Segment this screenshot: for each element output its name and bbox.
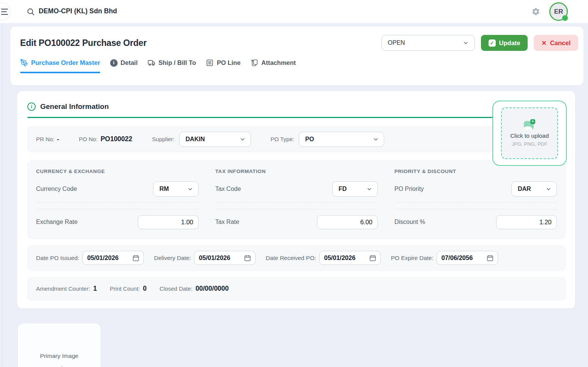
tax-code-label: Tax Code xyxy=(215,186,241,192)
truck-icon xyxy=(148,59,156,67)
tab-label: Purchase Order Master xyxy=(31,59,100,66)
po-type-label: PO Type: xyxy=(271,136,294,142)
discount-label: Discount % xyxy=(394,219,425,225)
divider xyxy=(215,209,378,209)
po-no-label: PO No: xyxy=(79,136,98,142)
divider xyxy=(394,209,557,209)
po-priority-select[interactable]: DAR xyxy=(511,181,557,197)
tab-po-line[interactable]: PO Line xyxy=(206,59,240,73)
section-underline xyxy=(27,117,566,118)
info-icon: i xyxy=(27,102,36,111)
amendment-counter-value: 1 xyxy=(93,285,97,293)
date-po-issued-item: Date PO Issued: 05/01/2026 xyxy=(36,251,144,265)
po-expire-date-label: PO Expire Date: xyxy=(391,255,434,261)
currency-code-select[interactable]: RM xyxy=(153,181,199,197)
delivery-date-label: Delivery Date: xyxy=(154,255,191,261)
print-count-value: 0 xyxy=(143,285,147,293)
po-priority-label: PO Priority xyxy=(394,186,424,192)
delivery-date-item: Delivery Date: 05/01/2026 xyxy=(154,251,255,265)
tab-label: Detail xyxy=(121,59,138,66)
date-po-issued-label: Date PO Issued: xyxy=(36,255,79,261)
status-select-value: OPEN xyxy=(388,39,405,46)
column-heading: TAX INFORMATION xyxy=(215,169,378,174)
close-icon: ✕ xyxy=(541,39,546,47)
hamburger-icon xyxy=(1,9,8,9)
date-received-po-field[interactable]: 05/01/2026 xyxy=(319,251,381,265)
column-heading: PRIORITY & DISCOUNT xyxy=(394,169,557,174)
upload-dropzone-inner: + Click to upload JPG, PNG, PDF xyxy=(501,107,558,159)
amendment-counter-item: Amendment Counter: 1 xyxy=(36,285,97,293)
print-count-item: Print Count: 0 xyxy=(110,285,147,293)
date-po-issued-field[interactable]: 05/01/2026 xyxy=(82,251,144,265)
currency-code-value: RM xyxy=(159,186,169,192)
list-icon xyxy=(206,59,214,67)
hamburger-menu-button[interactable] xyxy=(0,3,11,21)
amendment-counter-label: Amendment Counter: xyxy=(36,285,90,292)
cancel-button-label: Cancel xyxy=(550,39,571,47)
tab-detail[interactable]: i Detail xyxy=(110,59,138,73)
tax-code-value: FD xyxy=(339,186,347,192)
po-type-select[interactable]: PO xyxy=(299,132,384,147)
discount-input[interactable] xyxy=(496,215,557,229)
info-circle-icon: i xyxy=(110,59,118,67)
po-type-select-value: PO xyxy=(305,136,314,143)
page-header-card: Edit PO100022 Purchase Order OPEN ✓ Upda… xyxy=(10,27,583,85)
po-no-value: PO100022 xyxy=(101,135,132,143)
pr-no-label: PR No: xyxy=(36,136,54,142)
cancel-button[interactable]: ✕ Cancel xyxy=(534,35,578,51)
calendar-icon xyxy=(244,254,251,262)
status-select[interactable]: OPEN xyxy=(381,35,475,51)
tax-code-select[interactable]: FD xyxy=(332,181,378,197)
chevron-down-icon xyxy=(367,186,372,192)
tab-label: Attachment xyxy=(262,59,296,66)
chevron-down-icon xyxy=(240,137,245,142)
upload-dropzone[interactable]: + Click to upload JPG, PNG, PDF xyxy=(492,101,567,166)
primary-image-card[interactable]: Primary Image xyxy=(17,323,101,367)
topbar: DEMO-CPI (KL) Sdn Bhd ER xyxy=(0,0,588,24)
upload-title: Click to upload xyxy=(510,132,549,139)
tab-attachment[interactable]: Attachment xyxy=(251,59,296,73)
po-header-row: PR No: - PO No: PO100022 Supplier: DAKIN… xyxy=(27,126,566,152)
chevron-down-icon xyxy=(546,186,551,192)
company-name: DEMO-CPI (KL) Sdn Bhd xyxy=(39,7,117,15)
exchange-rate-input[interactable] xyxy=(138,215,199,229)
signature-pen-icon xyxy=(20,59,28,67)
tab-purchase-order-master[interactable]: Purchase Order Master xyxy=(20,59,100,73)
currency-tax-priority-panel: CURRENCY & EXCHANGE Currency Code RM Exc… xyxy=(27,161,566,239)
avatar[interactable]: ER xyxy=(549,2,568,21)
divider xyxy=(36,209,199,209)
tab-label: PO Line xyxy=(217,59,240,66)
counters-panel: Amendment Counter: 1 Print Count: 0 Clos… xyxy=(27,277,566,301)
documents-icon xyxy=(251,59,259,67)
update-button[interactable]: ✓ Update xyxy=(481,35,528,51)
tab-bar: Purchase Order Master i Detail Ship / Bi… xyxy=(16,59,578,73)
closed-date-item: Closed Date: 00/00/0000 xyxy=(159,285,229,293)
tab-ship-bill-to[interactable]: Ship / Bill To xyxy=(148,59,196,73)
currency-code-label: Currency Code xyxy=(36,186,77,192)
divider xyxy=(215,202,378,203)
print-count-label: Print Count: xyxy=(110,285,140,292)
closed-date-value: 00/00/0000 xyxy=(195,285,229,293)
divider xyxy=(394,202,557,203)
update-button-label: Update xyxy=(499,39,520,47)
section-title: General Information xyxy=(40,102,109,111)
po-expire-date-field[interactable]: 07/06/2056 xyxy=(437,251,498,265)
gear-icon[interactable] xyxy=(531,7,540,16)
calendar-icon xyxy=(132,254,140,262)
delivery-date-field[interactable]: 05/01/2026 xyxy=(194,251,255,265)
primary-image-label: Primary Image xyxy=(18,353,101,359)
supplier-select[interactable]: DAKIN xyxy=(179,132,251,147)
pr-no-value: - xyxy=(57,136,59,143)
currency-exchange-column: CURRENCY & EXCHANGE Currency Code RM Exc… xyxy=(36,169,199,229)
image-upload-icon: + xyxy=(524,120,535,130)
column-heading: CURRENCY & EXCHANGE xyxy=(36,169,199,174)
dates-panel: Date PO Issued: 05/01/2026 Delivery Date… xyxy=(27,246,566,271)
po-expire-date-item: PO Expire Date: 07/06/2056 xyxy=(391,251,498,265)
left-guide-line xyxy=(2,24,3,367)
tax-rate-input[interactable] xyxy=(317,215,378,229)
divider xyxy=(36,202,199,203)
tab-label: Ship / Bill To xyxy=(159,59,196,66)
chevron-down-icon xyxy=(373,137,378,142)
search-icon[interactable] xyxy=(27,8,35,16)
page-title: Edit PO100022 Purchase Order xyxy=(20,38,147,48)
